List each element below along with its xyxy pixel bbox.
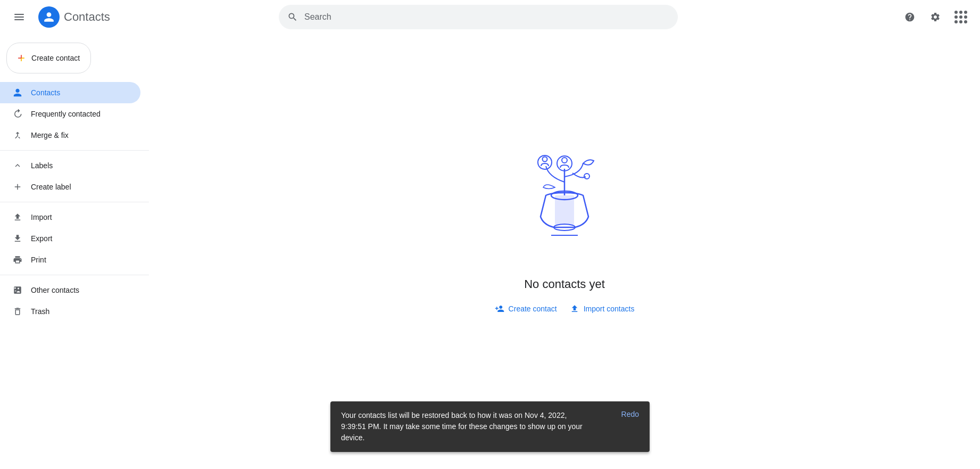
sidebar: + Create contact Contacts Frequently con… [0,34,149,469]
svg-rect-6 [555,195,574,225]
sidebar-item-print[interactable]: Print [0,249,140,270]
labels-label: Labels [31,161,53,170]
create-contact-link-label: Create contact [509,305,557,313]
svg-rect-1 [14,17,24,18]
merge-fix-label: Merge & fix [31,131,69,139]
create-contact-button[interactable]: + Create contact [6,43,91,73]
sidebar-item-create-label[interactable]: Create label [0,176,140,198]
settings-icon [930,12,941,22]
import-icon [570,304,579,314]
sidebar-item-merge-fix[interactable]: Merge & fix [0,125,140,146]
svg-point-9 [562,158,567,163]
hamburger-menu-button[interactable] [9,6,30,28]
grid-dots-icon [954,11,967,23]
sidebar-item-contacts[interactable]: Contacts [0,82,140,103]
person-icon [13,88,22,97]
header-right [899,6,971,28]
divider-3 [0,275,149,275]
add-label-icon [13,182,22,192]
svg-point-11 [542,157,547,161]
import-contacts-link[interactable]: Import contacts [570,304,635,314]
merge-icon [13,130,22,140]
plus-multicolor-icon: + [18,52,25,64]
export-label: Export [31,234,52,243]
print-icon [13,255,22,265]
search-input[interactable] [304,12,669,22]
help-icon [904,12,915,22]
svg-point-12 [584,174,589,179]
svg-point-10 [538,155,552,169]
upload-icon [13,212,22,222]
person-add-icon [495,304,504,314]
svg-rect-0 [14,14,24,15]
toast-notification: Your contacts list will be restored back… [330,401,650,452]
create-contact-link[interactable]: Create contact [495,304,557,314]
chevron-up-icon [13,161,22,170]
app-header: Contacts [0,0,980,34]
sidebar-item-frequently-contacted[interactable]: Frequently contacted [0,103,140,125]
divider-1 [0,150,149,151]
print-label: Print [31,256,46,264]
empty-state: No contacts yet Create contact Import co… [495,147,635,356]
empty-state-title: No contacts yet [524,277,605,291]
trash-icon [13,307,22,316]
search-bar [279,5,678,29]
divider-2 [0,202,149,202]
download-icon [13,234,22,243]
search-icon [287,12,298,22]
sidebar-item-other-contacts[interactable]: Other contacts [0,279,140,301]
sidebar-item-export[interactable]: Export [0,228,140,249]
apps-button[interactable] [950,6,971,28]
history-icon [13,109,22,119]
other-contacts-label: Other contacts [31,286,79,294]
header-left: Contacts [9,6,168,28]
sidebar-item-trash[interactable]: Trash [0,301,140,322]
create-contact-label: Create contact [31,54,80,62]
help-button[interactable] [899,6,920,28]
create-label-label: Create label [31,183,71,191]
empty-state-illustration [511,147,618,265]
import-contacts-link-label: Import contacts [584,305,635,313]
app-title: Contacts [64,10,110,24]
settings-button[interactable] [925,6,946,28]
contacts-label: Contacts [31,88,60,97]
search-bar-inner [279,5,678,29]
empty-state-actions: Create contact Import contacts [495,304,635,314]
trash-label: Trash [31,307,49,316]
app-logo-icon [38,6,60,28]
other-contacts-icon [13,285,22,295]
frequently-contacted-label: Frequently contacted [31,110,101,118]
toast-message: Your contacts list will be restored back… [341,410,589,443]
sidebar-item-import[interactable]: Import [0,207,140,228]
svg-rect-2 [14,19,24,20]
labels-section-header[interactable]: Labels [0,155,149,176]
import-label: Import [31,213,52,221]
app-logo: Contacts [38,6,110,28]
redo-button[interactable]: Redo [621,410,639,418]
